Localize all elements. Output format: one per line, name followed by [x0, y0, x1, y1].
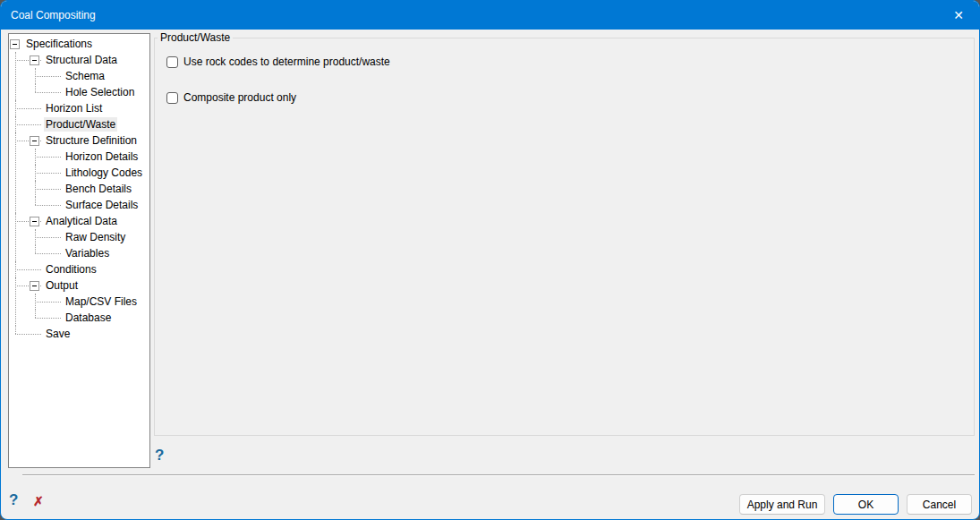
- checkbox-label: Composite product only: [183, 91, 296, 104]
- collapse-toggle-icon[interactable]: [30, 217, 39, 226]
- tree-item-conditions[interactable]: Conditions: [30, 261, 149, 277]
- tree-item-label-selected: Product/Waste: [44, 117, 117, 132]
- tree-item-label: Raw Density: [64, 230, 127, 244]
- tree-item-label: Conditions: [44, 262, 98, 277]
- tree-item-label: Map/CSV Files: [64, 294, 139, 309]
- validation-error-icon[interactable]: ✗: [33, 494, 44, 508]
- cancel-button[interactable]: Cancel: [907, 494, 972, 515]
- collapse-toggle-icon[interactable]: [10, 39, 20, 49]
- use-rock-codes-checkbox[interactable]: [166, 56, 178, 68]
- tree-item-label: Horizon List: [44, 101, 104, 115]
- tree-item-label: Horizon Details: [64, 149, 140, 164]
- tree-item-label: Surface Details: [64, 198, 140, 212]
- tree-item-label: Schema: [64, 69, 107, 83]
- tree-item-label: Analytical Data: [44, 214, 119, 228]
- window-title: Coal Compositing: [1, 9, 938, 21]
- tree-item-label: Structural Data: [44, 53, 119, 67]
- tree-item-horizon-details[interactable]: Horizon Details: [49, 149, 149, 165]
- tree-item-label: Structure Definition: [44, 133, 139, 148]
- tree-item-label: Variables: [64, 246, 111, 260]
- tree-item-database[interactable]: Database: [49, 310, 149, 326]
- tree-item-output[interactable]: Output: [30, 277, 149, 294]
- tree-item-raw-density[interactable]: Raw Density: [49, 229, 149, 245]
- close-button[interactable]: ✕: [938, 1, 979, 30]
- footer-separator: [22, 474, 975, 476]
- tree-item-save[interactable]: Save: [30, 326, 149, 342]
- tree-item-label: Output: [44, 278, 80, 293]
- tree-item-label: Save: [44, 327, 72, 341]
- composite-product-only-checkbox[interactable]: [166, 92, 178, 104]
- tree-item-schema[interactable]: Schema: [49, 68, 149, 84]
- use-rock-codes-checkbox-row[interactable]: Use rock codes to determine product/wast…: [166, 55, 390, 68]
- close-icon: ✕: [953, 8, 964, 22]
- groupbox-title: Product/Waste: [158, 31, 233, 44]
- tree-item-structure-definition[interactable]: Structure Definition: [30, 132, 149, 149]
- title-bar[interactable]: Coal Compositing ✕: [1, 1, 979, 30]
- product-waste-groupbox: Product/Waste Use rock codes to determin…: [154, 38, 975, 436]
- tree-item-horizon-list[interactable]: Horizon List: [30, 100, 149, 116]
- tree-item-hole-selection[interactable]: Hole Selection: [49, 84, 149, 100]
- tree-item-label: Specifications: [24, 37, 94, 51]
- tree-item-lithology-codes[interactable]: Lithology Codes: [49, 165, 149, 181]
- composite-product-only-checkbox-row[interactable]: Composite product only: [166, 91, 296, 104]
- footer-button-row: Apply and Run OK Cancel: [739, 494, 972, 515]
- tree-item-label: Hole Selection: [64, 85, 136, 99]
- specifications-tree-panel: Specifications Structural Data: [8, 33, 150, 468]
- dialog-help-icon[interactable]: ?: [9, 491, 18, 509]
- tree-item-variables[interactable]: Variables: [49, 245, 149, 261]
- ok-button[interactable]: OK: [833, 494, 899, 515]
- tree-item-label: Database: [64, 311, 113, 325]
- tree-item-structural-data[interactable]: Structural Data: [30, 52, 149, 68]
- coal-compositing-dialog: Coal Compositing ✕ Specifications: [0, 0, 980, 520]
- tree-item-label: Lithology Codes: [64, 166, 144, 180]
- collapse-toggle-icon[interactable]: [30, 136, 39, 146]
- tree-item-map-csv-files[interactable]: Map/CSV Files: [49, 294, 149, 310]
- panel-help-icon[interactable]: ?: [155, 447, 164, 465]
- tree-item-specifications[interactable]: Specifications: [10, 36, 149, 52]
- tree-item-surface-details[interactable]: Surface Details: [49, 197, 149, 213]
- tree-item-label: Bench Details: [64, 182, 133, 196]
- tree-item-bench-details[interactable]: Bench Details: [49, 181, 149, 197]
- tree-item-analytical-data[interactable]: Analytical Data: [30, 213, 149, 229]
- checkbox-label: Use rock codes to determine product/wast…: [183, 55, 390, 68]
- apply-and-run-button[interactable]: Apply and Run: [739, 494, 825, 515]
- collapse-toggle-icon[interactable]: [30, 55, 39, 65]
- tree-item-product-waste[interactable]: Product/Waste: [30, 116, 149, 132]
- collapse-toggle-icon[interactable]: [30, 281, 39, 291]
